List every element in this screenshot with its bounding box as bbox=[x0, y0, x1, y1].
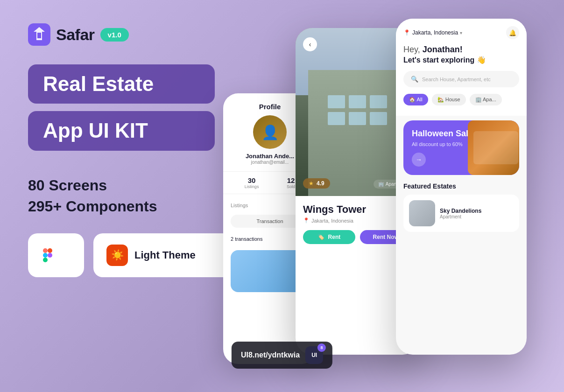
window bbox=[370, 95, 387, 108]
safar-logo-icon bbox=[28, 23, 50, 46]
window bbox=[328, 112, 345, 125]
phone2-rating-badge: ★ 4.9 bbox=[303, 178, 330, 189]
phone2-rent-button[interactable]: 🏷️ Rent bbox=[303, 230, 355, 244]
phone3-featured-card[interactable]: Sky Dandelions Apartment bbox=[403, 195, 519, 232]
phone3-body: Halloween Sale! All discount up to 60% →… bbox=[396, 116, 527, 237]
brand-name: Safar bbox=[56, 26, 95, 44]
theme-label: Light Theme bbox=[134, 249, 196, 261]
phone3-card-image bbox=[409, 200, 435, 226]
phone1-stat-sold: 12 Sold bbox=[287, 176, 295, 189]
title-badge-1: Real Estate bbox=[28, 64, 215, 104]
phone3-location-row: 📍 Jakarta, Indonesia ▾ 🔔 bbox=[403, 26, 519, 39]
svg-rect-6 bbox=[43, 253, 48, 258]
svg-point-7 bbox=[43, 258, 48, 262]
svg-rect-5 bbox=[43, 248, 48, 253]
watermark-badge: 8 bbox=[317, 343, 326, 352]
phone3-header: 📍 Jakarta, Indonesia ▾ 🔔 Hey, Jonathan! … bbox=[396, 19, 527, 116]
building-windows bbox=[328, 95, 387, 125]
phone3-greeting: Hey, Jonathan! bbox=[403, 45, 519, 55]
title-badge-2: App UI KIT bbox=[28, 111, 215, 150]
window bbox=[349, 112, 366, 125]
watermark: UI8.net/ydntkwia UI 8 bbox=[232, 342, 332, 369]
promo-house-image bbox=[468, 120, 519, 175]
phone3-promo-banner: Halloween Sale! All discount up to 60% → bbox=[403, 120, 519, 175]
phone3-home: 📍 Jakarta, Indonesia ▾ 🔔 Hey, Jonathan! … bbox=[396, 19, 527, 355]
phone1-stat-listings: 30 Listings bbox=[245, 176, 259, 189]
phone3-search-bar[interactable]: 🔍 Search House, Apartment, etc bbox=[403, 71, 519, 87]
phone3-bell-button[interactable]: 🔔 bbox=[506, 26, 519, 39]
phone3-card-title: Sky Dandelions bbox=[440, 208, 481, 214]
phone3-search-placeholder: Search House, Apartment, etc bbox=[422, 77, 491, 82]
figma-badge bbox=[28, 233, 84, 277]
window bbox=[328, 95, 345, 108]
hero-title-line2: App UI KIT bbox=[43, 119, 200, 142]
phone3-subgreeting: Let's start exploring 👋 bbox=[403, 56, 519, 64]
phone3-promo-cta-button[interactable]: → bbox=[412, 153, 426, 167]
svg-rect-3 bbox=[48, 248, 52, 253]
phone3-cat-all[interactable]: 🏠 All bbox=[403, 94, 428, 105]
phone2-back-button[interactable]: ‹ bbox=[303, 37, 317, 51]
phone2-rating: 4.9 bbox=[317, 180, 324, 187]
phone3-cat-house[interactable]: 🏡 House bbox=[432, 94, 466, 105]
watermark-url: UI8.net/ydntkwia bbox=[241, 351, 300, 359]
window bbox=[370, 112, 387, 125]
figma-icon bbox=[39, 245, 61, 266]
window bbox=[349, 95, 366, 108]
building-main bbox=[308, 70, 407, 196]
hero-title-line1: Real Estate bbox=[43, 73, 200, 95]
phone3-cat-apartment[interactable]: 🏢 Apa... bbox=[470, 94, 502, 105]
watermark-logo: UI 8 bbox=[305, 346, 323, 364]
phone3-card-info: Sky Dandelions Apartment bbox=[440, 208, 481, 219]
phone3-featured-title: Featured Estates bbox=[403, 182, 519, 190]
phone3-categories: 🏠 All 🏡 House 🏢 Apa... bbox=[403, 94, 519, 111]
phone1-avatar: 👤 bbox=[253, 115, 287, 149]
phone3-location: 📍 Jakarta, Indonesia ▾ bbox=[403, 29, 462, 36]
phone3-card-subtitle: Apartment bbox=[440, 214, 481, 219]
phones-container: Profile 👤 Jonathan Ande... jonathan@emai… bbox=[209, 0, 564, 392]
theme-icon: ☀️ bbox=[106, 245, 128, 266]
version-badge: v1.0 bbox=[100, 28, 129, 42]
svg-rect-4 bbox=[48, 253, 52, 258]
